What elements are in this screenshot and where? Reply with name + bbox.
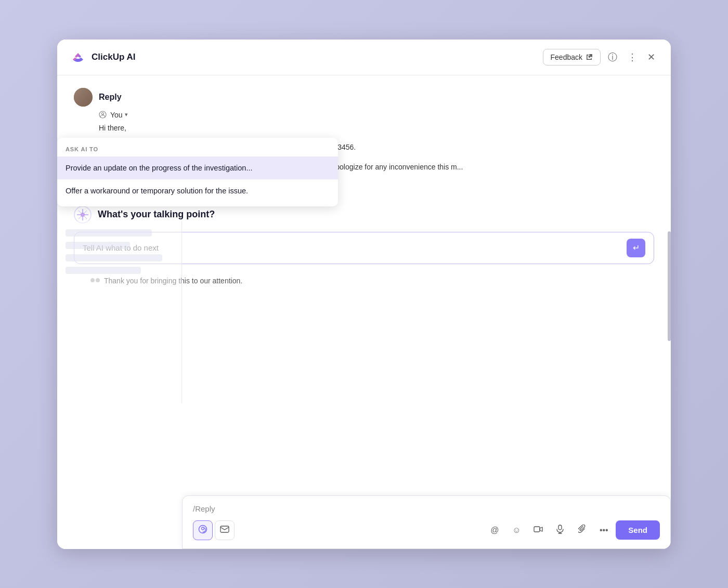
dropdown-section-label: ASK AI TO (57, 146, 338, 156)
svg-rect-10 (558, 525, 562, 530)
info-button[interactable]: ⓘ (605, 48, 620, 67)
header-title: ClickUp AI (92, 52, 135, 62)
feedback-button[interactable]: Feedback (543, 49, 601, 66)
dropdown-item-2[interactable]: Offer a workaround or temporary solution… (57, 179, 338, 202)
compose-section: /Reply (182, 495, 671, 549)
more-options-button[interactable]: ⋮ (625, 48, 640, 66)
svg-rect-9 (534, 527, 540, 532)
paperclip-icon (578, 525, 586, 536)
left-sidebar-hint (57, 221, 182, 403)
svg-point-7 (202, 527, 204, 530)
send-button[interactable]: Send (616, 520, 660, 540)
video-tool-button[interactable] (528, 520, 548, 540)
more-icon: ⋮ (628, 51, 637, 63)
info-icon: ⓘ (608, 51, 617, 63)
microphone-icon (556, 525, 564, 536)
feedback-label: Feedback (551, 53, 582, 61)
ai-question: What's your talking point? (98, 209, 215, 220)
audio-tool-button[interactable] (550, 520, 570, 540)
avatar-image (74, 88, 93, 107)
svg-point-0 (70, 49, 86, 65)
more-tools-icon: ••• (600, 526, 608, 535)
mention-icon (198, 525, 207, 536)
reply-section-header: Reply (74, 88, 654, 107)
close-icon: ✕ (647, 51, 655, 63)
at-mention-tool-button[interactable]: @ (485, 520, 504, 540)
autocomplete-dropdown: ASK AI TO Provide an update on the progr… (57, 138, 338, 207)
svg-point-2 (102, 113, 104, 115)
sender-name[interactable]: You ▾ (110, 111, 128, 119)
submit-icon: ↵ (633, 243, 640, 253)
emoji-tool-button[interactable]: ☺ (506, 520, 526, 540)
at-icon: @ (490, 526, 499, 535)
clickup-logo-icon (70, 49, 86, 66)
sender-chevron-icon: ▾ (125, 111, 128, 118)
mention-tool-button[interactable] (193, 520, 213, 540)
attachment-tool-button[interactable] (572, 520, 592, 540)
more-tools-button[interactable]: ••• (594, 520, 614, 540)
sender-icon (99, 111, 107, 119)
external-link-icon (586, 54, 593, 61)
clickup-ai-panel: ClickUp AI Feedback ⓘ ⋮ ✕ (57, 40, 671, 549)
sender-row: You ▾ (99, 111, 654, 119)
email-greeting: Hi there, (99, 122, 654, 135)
panel-header: ClickUp AI Feedback ⓘ ⋮ ✕ (57, 40, 671, 75)
header-right: Feedback ⓘ ⋮ ✕ (543, 48, 658, 67)
ai-submit-button[interactable]: ↵ (627, 239, 645, 257)
scrollbar[interactable] (668, 231, 671, 341)
emoji-icon: ☺ (512, 526, 521, 535)
email-icon (220, 526, 229, 535)
content-area: Reply You ▾ Hi there, I hope this ema (57, 75, 671, 549)
svg-rect-8 (220, 526, 229, 532)
dropdown-item-1[interactable]: Provide an update on the progress of the… (57, 156, 338, 179)
header-left: ClickUp AI (70, 49, 135, 66)
compose-slash-reply: /Reply (193, 504, 660, 513)
email-tool-button[interactable] (215, 520, 235, 540)
compose-toolbar: @ ☺ (193, 520, 660, 540)
video-icon (534, 526, 543, 535)
close-button[interactable]: ✕ (644, 48, 658, 66)
reply-label: Reply (99, 93, 122, 102)
avatar (74, 88, 93, 107)
